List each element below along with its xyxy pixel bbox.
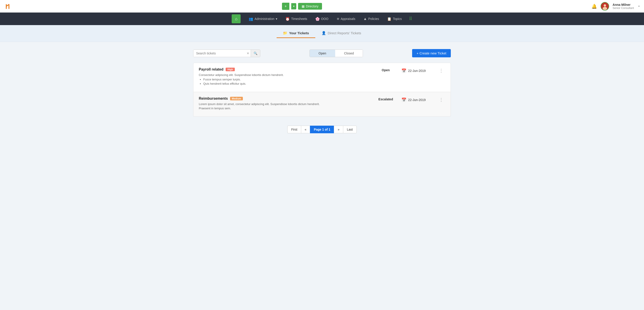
list-item: Quis hendrerit tellus efficitur quis. xyxy=(203,82,370,86)
nav-item-ooo[interactable]: 🌸 OOO xyxy=(312,15,332,23)
directory-icon: ▦ xyxy=(302,5,304,8)
nav-item-topics[interactable]: 📋 Topics xyxy=(384,15,406,23)
grid-icon[interactable]: ⠿ xyxy=(409,16,412,22)
policies-icon: ▲ xyxy=(363,17,367,21)
list-item: Fusce tempus semper turpis. xyxy=(203,77,370,82)
ticket-title-row: Payroll related High xyxy=(199,67,370,71)
add-button[interactable]: + xyxy=(282,3,289,10)
ticket-title: Reimbursements xyxy=(199,97,228,101)
ticket-info: Reimbursements Medium Lorem ipsum dolor … xyxy=(199,97,370,112)
search-bar: ✕ 🔍 xyxy=(193,50,260,57)
directory-label: Directory xyxy=(306,5,318,8)
svg-point-2 xyxy=(603,7,607,10)
ticket-date: 📅 22-Jun-2019 xyxy=(402,97,437,102)
ticket-title: Payroll related xyxy=(199,67,224,71)
nav-label-timesheets: Timesheets xyxy=(291,17,307,21)
ticket-date-value: 22-Jun-2019 xyxy=(408,69,426,73)
tabs-inner: 📁 Your Tickets 👤 Direct Reports' Tickets xyxy=(276,29,368,38)
pagination-prev-icon: « xyxy=(305,128,306,131)
create-ticket-label: + Create new Ticket xyxy=(416,51,446,55)
top-bar-right: 🔔 Anna Milner Senior Consultant ▾ xyxy=(592,2,640,11)
bell-icon[interactable]: 🔔 xyxy=(592,4,597,9)
add-caret-button[interactable]: ▾ xyxy=(291,3,296,10)
ticket-date-value: 22-Jun-2019 xyxy=(408,98,426,102)
ticket-badge-high: High xyxy=(226,68,234,71)
search-input[interactable] xyxy=(194,50,245,57)
ticket-badge-medium: Medium xyxy=(230,97,243,100)
your-tickets-label: Your Tickets xyxy=(289,31,309,35)
ticket-description: Consectetur adipiscing elit. Suspendisse… xyxy=(199,73,370,86)
nav-caret-administration: ▾ xyxy=(276,17,277,21)
table-row: Reimbursements Medium Lorem ipsum dolor … xyxy=(193,92,451,117)
avatar-image xyxy=(601,3,609,10)
your-tickets-icon: 📁 xyxy=(283,31,287,35)
user-name: Anna Milner xyxy=(613,3,634,7)
pagination-first-button[interactable]: First xyxy=(287,126,301,133)
filter-tabs: Open Closed xyxy=(310,50,363,57)
nav-label-appraisals: Appraisals xyxy=(341,17,355,21)
nav-label-ooo: OOO xyxy=(321,17,328,21)
pagination-next-icon: » xyxy=(338,128,340,131)
calendar-icon: 📅 xyxy=(402,68,406,73)
timesheets-icon: ⏰ xyxy=(285,17,290,21)
nav-label-policies: Policies xyxy=(368,17,379,21)
direct-reports-label: Direct Reports' Tickets xyxy=(328,31,361,35)
ticket-status: Open xyxy=(370,67,402,72)
user-caret-icon[interactable]: ▾ xyxy=(638,5,640,8)
table-row: Payroll related High Consectetur adipisc… xyxy=(193,63,451,92)
pagination-current-button[interactable]: Page 1 of 1 xyxy=(310,126,334,133)
calendar-icon: 📅 xyxy=(402,97,406,102)
caret-icon: ▾ xyxy=(293,5,294,8)
ticket-info: Payroll related High Consectetur adipisc… xyxy=(199,67,370,87)
filter-open-label: Open xyxy=(319,52,326,55)
secondary-nav: ⌂ 👥 Administration ▾ ⏰ Timesheets 🌸 OOO … xyxy=(0,13,644,25)
filter-tab-open[interactable]: Open xyxy=(310,50,335,57)
pagination-next-button[interactable]: » xyxy=(334,126,343,133)
top-bar-center: + ▾ ▦ Directory xyxy=(282,3,322,10)
administration-icon: 👥 xyxy=(249,17,253,21)
tab-direct-reports[interactable]: 👤 Direct Reports' Tickets xyxy=(315,29,368,38)
ticket-bullets: Fusce tempus semper turpis. Quis hendrer… xyxy=(199,77,370,86)
nav-item-appraisals[interactable]: ✳ Appraisals xyxy=(333,15,359,23)
pagination-first-label: First xyxy=(291,128,297,131)
pagination-last-label: Last xyxy=(347,128,353,131)
direct-reports-icon: 👤 xyxy=(322,31,326,35)
nav-item-administration[interactable]: 👥 Administration ▾ xyxy=(245,15,281,23)
search-clear-icon[interactable]: ✕ xyxy=(245,52,251,55)
nav-item-timesheets[interactable]: ⏰ Timesheets xyxy=(282,15,311,23)
tabs-bar: 📁 Your Tickets 👤 Direct Reports' Tickets xyxy=(0,25,644,42)
user-role: Senior Consultant xyxy=(613,7,634,10)
ticket-title-row: Reimbursements Medium xyxy=(199,97,370,101)
nav-item-policies[interactable]: ▲ Policies xyxy=(360,15,382,23)
pagination-prev-button[interactable]: « xyxy=(301,126,310,133)
user-info: Anna Milner Senior Consultant xyxy=(613,3,634,10)
ticket-status: Escalated xyxy=(370,97,402,101)
main-content: ✕ 🔍 Open Closed + Create new Ticket Payr… xyxy=(188,42,456,140)
filter-closed-label: Closed xyxy=(344,52,354,55)
search-button[interactable]: 🔍 xyxy=(251,50,260,57)
ticket-date: 📅 22-Jun-2019 xyxy=(402,67,437,73)
toolbar: ✕ 🔍 Open Closed + Create new Ticket xyxy=(193,49,451,57)
add-icon: + xyxy=(285,4,287,8)
filter-tab-closed[interactable]: Closed xyxy=(335,50,363,57)
directory-button[interactable]: ▦ Directory xyxy=(298,3,322,10)
avatar xyxy=(600,2,609,11)
nav-items: 👥 Administration ▾ ⏰ Timesheets 🌸 OOO ✳ … xyxy=(245,15,405,23)
ticket-menu-button[interactable]: ⋮ xyxy=(437,67,445,73)
nav-label-topics: Topics xyxy=(393,17,402,21)
ticket-menu-button[interactable]: ⋮ xyxy=(437,97,445,102)
top-bar: + ▾ ▦ Directory 🔔 Anna Milner Senior Con… xyxy=(0,0,644,13)
pagination: First « Page 1 of 1 » Last xyxy=(193,126,451,133)
nav-label-administration: Administration xyxy=(254,17,274,21)
appraisals-icon: ✳ xyxy=(336,17,340,21)
tab-your-tickets[interactable]: 📁 Your Tickets xyxy=(276,29,315,38)
ooo-icon: 🌸 xyxy=(315,17,320,21)
svg-point-1 xyxy=(604,4,606,7)
ticket-description: Lorem ipsum dolor sit amet, consectetur … xyxy=(199,102,370,111)
create-ticket-button[interactable]: + Create new Ticket xyxy=(412,49,451,57)
topics-icon: 📋 xyxy=(387,17,392,21)
top-bar-left xyxy=(4,2,12,10)
pagination-current-label: Page 1 of 1 xyxy=(314,128,330,131)
pagination-last-button[interactable]: Last xyxy=(343,126,356,133)
home-button[interactable]: ⌂ xyxy=(232,14,240,23)
